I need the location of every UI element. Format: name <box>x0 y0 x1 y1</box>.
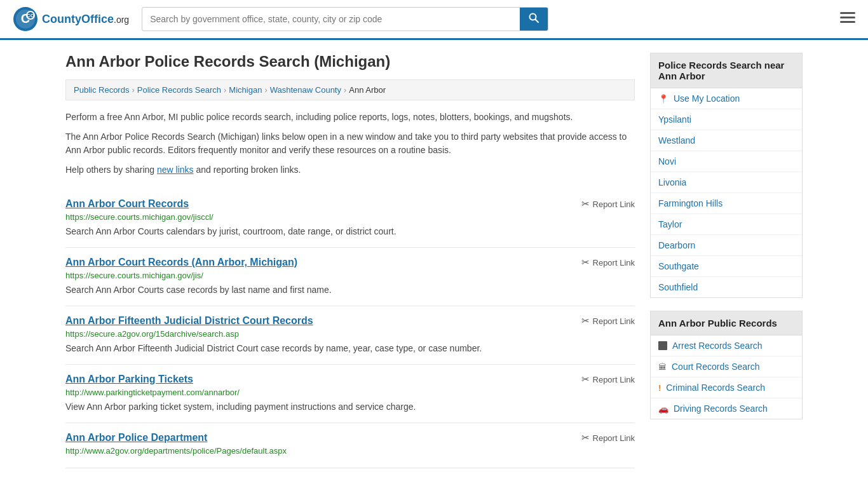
result-item-1: Ann Arbor Court Records (Ann Arbor, Mich… <box>65 248 635 306</box>
search-button[interactable] <box>520 8 548 30</box>
breadcrumb-michigan[interactable]: Michigan <box>229 85 262 95</box>
sidebar-city-1[interactable]: Westland <box>651 130 802 151</box>
sidebar-city-4[interactable]: Farmington Hills <box>651 193 802 214</box>
result-url-4[interactable]: http://www.a2gov.org/departments/police/… <box>65 446 635 456</box>
result-desc-2: Search Ann Arbor Fifteenth Judicial Dist… <box>65 342 635 355</box>
result-url-2[interactable]: https://secure.a2gov.org/15darchive/sear… <box>65 329 635 339</box>
use-location-label: Use My Location <box>674 93 740 104</box>
sidebar-nearby-title: Police Records Search near Ann Arbor <box>650 53 803 88</box>
report-link-0[interactable]: ✂ Report Link <box>581 198 635 210</box>
sidebar-public-records-body: Arrest Records Search 🏛 Court Records Se… <box>650 336 803 419</box>
arrest-records-icon <box>658 341 667 350</box>
result-url-3[interactable]: http://www.parkingticketpayment.com/anna… <box>65 388 635 397</box>
result-item-4: Ann Arbor Police Department ✂ Report Lin… <box>65 423 635 468</box>
result-title-1[interactable]: Ann Arbor Court Records (Ann Arbor, Mich… <box>65 257 297 268</box>
search-area <box>142 7 548 31</box>
breadcrumb-sep-1: › <box>132 85 134 95</box>
logo-icon: C CO <box>13 6 38 32</box>
report-icon-2: ✂ <box>581 315 590 327</box>
svg-text:CO: CO <box>27 13 34 18</box>
report-icon-1: ✂ <box>581 257 590 268</box>
sidebar-city-5[interactable]: Taylor <box>651 214 802 235</box>
description-area: Perform a free Ann Arbor, MI public poli… <box>65 111 635 177</box>
breadcrumb-ann-arbor: Ann Arbor <box>349 85 386 95</box>
result-title-4[interactable]: Ann Arbor Police Department <box>65 432 207 444</box>
sidebar-nearby-section: Police Records Search near Ann Arbor 📍 U… <box>650 53 803 298</box>
result-desc-0: Search Ann Arbor Courts calendars by jur… <box>65 225 635 238</box>
report-link-1[interactable]: ✂ Report Link <box>581 257 635 268</box>
sidebar-driving-records[interactable]: 🚗 Driving Records Search <box>651 398 802 419</box>
report-icon-4: ✂ <box>581 432 590 444</box>
result-desc-3: View Ann Arbor parking ticket system, in… <box>65 400 635 414</box>
menu-button[interactable] <box>840 11 855 27</box>
report-icon-0: ✂ <box>581 198 590 210</box>
sidebar-nearby-body: 📍 Use My Location Ypsilanti Westland Nov… <box>650 88 803 298</box>
breadcrumb-sep-4: › <box>344 85 346 95</box>
svg-rect-10 <box>840 21 855 23</box>
sidebar-city-6[interactable]: Dearborn <box>651 235 802 256</box>
sidebar-public-records-title: Ann Arbor Public Records <box>650 311 803 336</box>
logo-text: CountyOffice.org <box>42 13 129 26</box>
result-desc-1: Search Ann Arbor Courts case records by … <box>65 283 635 297</box>
sidebar: Police Records Search near Ann Arbor 📍 U… <box>650 53 803 468</box>
sidebar-city-0[interactable]: Ypsilanti <box>651 109 802 130</box>
court-records-icon: 🏛 <box>658 362 667 372</box>
search-icon <box>529 13 539 23</box>
description-3: Help others by sharing new links and rep… <box>65 163 635 177</box>
logo[interactable]: C CO CountyOffice.org <box>13 6 129 32</box>
sidebar-public-records-section: Ann Arbor Public Records Arrest Records … <box>650 311 803 419</box>
report-icon-3: ✂ <box>581 374 590 385</box>
report-link-2[interactable]: ✂ Report Link <box>581 315 635 327</box>
sidebar-city-3[interactable]: Livonia <box>651 172 802 193</box>
sidebar-city-8[interactable]: Southfield <box>651 277 802 297</box>
breadcrumb-sep-3: › <box>264 85 267 95</box>
page-title: Ann Arbor Police Records Search (Michiga… <box>65 53 635 71</box>
hamburger-icon <box>840 12 855 24</box>
sidebar-arrest-records[interactable]: Arrest Records Search <box>651 336 802 356</box>
breadcrumb-police-records-search[interactable]: Police Records Search <box>137 85 221 95</box>
sidebar-city-2[interactable]: Novi <box>651 151 802 172</box>
breadcrumb-public-records[interactable]: Public Records <box>74 85 129 95</box>
driving-records-icon: 🚗 <box>658 404 668 414</box>
sidebar-criminal-records[interactable]: ! Criminal Records Search <box>651 377 802 398</box>
description-2: The Ann Arbor Police Records Search (Mic… <box>65 130 635 157</box>
result-url-0[interactable]: https://secure.courts.michigan.gov/jiscc… <box>65 212 635 222</box>
sidebar-city-7[interactable]: Southgate <box>651 256 802 277</box>
svg-rect-8 <box>840 12 855 14</box>
sidebar-use-location[interactable]: 📍 Use My Location <box>651 88 802 109</box>
description-1: Perform a free Ann Arbor, MI public poli… <box>65 111 635 124</box>
location-icon: 📍 <box>658 94 668 104</box>
criminal-records-icon: ! <box>658 383 661 393</box>
result-item-3: Ann Arbor Parking Tickets ✂ Report Link … <box>65 365 635 423</box>
new-links-link[interactable]: new links <box>157 165 194 175</box>
report-link-3[interactable]: ✂ Report Link <box>581 374 635 385</box>
results-list: Ann Arbor Court Records ✂ Report Link ht… <box>65 189 635 468</box>
svg-line-7 <box>536 20 539 23</box>
breadcrumb-sep-2: › <box>224 85 226 95</box>
svg-rect-9 <box>840 17 855 18</box>
result-item-0: Ann Arbor Court Records ✂ Report Link ht… <box>65 189 635 248</box>
result-title-2[interactable]: Ann Arbor Fifteenth Judicial District Co… <box>65 315 313 327</box>
breadcrumb-washtenaw[interactable]: Washtenaw County <box>270 85 341 95</box>
report-link-4[interactable]: ✂ Report Link <box>581 432 635 444</box>
result-url-1[interactable]: https://secure.courts.michigan.gov/jis/ <box>65 271 635 280</box>
breadcrumb: Public Records › Police Records Search ›… <box>65 79 635 100</box>
result-title-3[interactable]: Ann Arbor Parking Tickets <box>65 374 193 385</box>
sidebar-court-records[interactable]: 🏛 Court Records Search <box>651 356 802 377</box>
search-input[interactable] <box>142 9 520 29</box>
result-title-0[interactable]: Ann Arbor Court Records <box>65 198 189 210</box>
result-item-2: Ann Arbor Fifteenth Judicial District Co… <box>65 306 635 365</box>
